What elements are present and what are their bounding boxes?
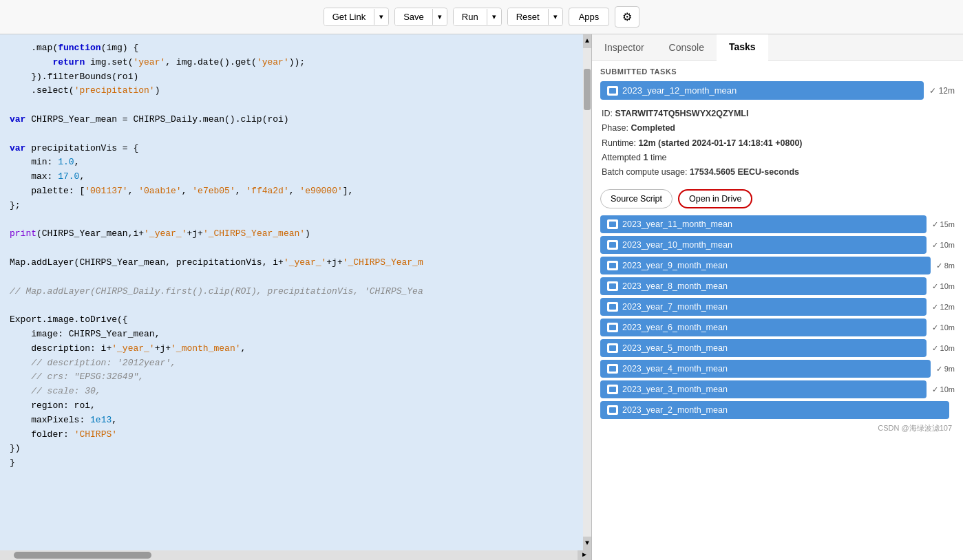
task-list-button-6[interactable]: 2023_year_5_month_mean xyxy=(600,339,927,357)
task-phase-line: Phase: Completed xyxy=(602,121,953,136)
code-line: maxPixels: 1e13, xyxy=(0,413,591,428)
code-line: var CHIRPS_Year_mean = CHIRPS_Daily.mean… xyxy=(0,113,591,127)
code-line xyxy=(0,270,591,285)
task-img-icon xyxy=(607,343,618,353)
task-list-item-name: 2023_year_4_month_mean xyxy=(622,364,728,374)
reset-button[interactable]: Reset ▾ xyxy=(507,8,563,26)
task-details: ID: STARWIT74TQ5HSWYX2QZYMLI Phase: Comp… xyxy=(600,103,955,184)
code-line: print(CHIRPS_Year_mean,i+'_year_'+j+'_CH… xyxy=(0,227,591,241)
code-line: region: roi, xyxy=(0,399,591,413)
task-list-button-2[interactable]: 2023_year_9_month_mean xyxy=(600,257,931,274)
code-editor[interactable]: .map(function(img) { return img.set('yea… xyxy=(0,34,592,560)
task-attempted-line: Attempted 1 time xyxy=(602,151,953,165)
tab-inspector[interactable]: Inspector xyxy=(592,34,657,60)
reset-main[interactable]: Reset xyxy=(508,8,548,25)
task-list-item-name: 2023_year_5_month_mean xyxy=(622,343,728,353)
tab-console[interactable]: Console xyxy=(657,34,717,60)
h-scroll-thumb[interactable] xyxy=(14,552,151,559)
task-img-icon xyxy=(607,323,618,332)
task-list-item-name: 2023_year_2_month_mean xyxy=(622,405,728,415)
task-list-item-name: 2023_year_3_month_mean xyxy=(622,385,728,394)
scroll-up-arrow[interactable]: ▲ xyxy=(583,34,591,48)
save-arrow[interactable]: ▾ xyxy=(432,9,447,25)
save-main[interactable]: Save xyxy=(395,8,432,25)
code-line: }).filterBounds(roi) xyxy=(0,70,591,85)
task-list-item-name: 2023_year_10_month_mean xyxy=(622,240,732,250)
reset-arrow[interactable]: ▾ xyxy=(548,9,562,25)
task-runtime-line: Runtime: 12m (started 2024-01-17 14:18:4… xyxy=(602,136,953,151)
task-compute-label: Batch compute usage: xyxy=(602,167,687,177)
code-line: min: 1.0, xyxy=(0,155,591,170)
task-id-line: ID: STARWIT74TQ5HSWYX2QZYMLI xyxy=(602,107,953,121)
run-main[interactable]: Run xyxy=(454,8,487,25)
scroll-thumb[interactable] xyxy=(584,69,591,110)
task-list-item-check: ✓ 10m xyxy=(932,323,955,332)
apps-button[interactable]: Apps xyxy=(569,8,610,26)
scroll-down-arrow[interactable]: ▼ xyxy=(583,537,591,550)
selected-task-button[interactable]: 2023_year_12_month_mean xyxy=(600,81,924,100)
toolbar: Get Link ▾ Save ▾ Run ▾ Reset ▾ Apps ⚙ xyxy=(0,0,963,34)
open-in-drive-button[interactable]: Open in Drive xyxy=(678,189,752,208)
task-list-button-1[interactable]: 2023_year_10_month_mean xyxy=(600,236,927,254)
tab-tasks[interactable]: Tasks xyxy=(717,34,768,61)
task-list-button-0[interactable]: 2023_year_11_month_mean xyxy=(600,215,927,233)
get-link-button[interactable]: Get Link ▾ xyxy=(324,8,389,26)
save-button[interactable]: Save ▾ xyxy=(394,8,447,26)
task-list-item-check: ✓ 8m xyxy=(936,261,955,270)
code-line: // crs: "EPSG:32649", xyxy=(0,370,591,385)
task-img-icon xyxy=(607,240,618,250)
code-line: } xyxy=(0,456,591,471)
scroll-track[interactable] xyxy=(583,48,591,537)
task-list-button-7[interactable]: 2023_year_4_month_mean xyxy=(600,360,931,378)
run-arrow[interactable]: ▾ xyxy=(487,9,501,25)
task-list-button-4[interactable]: 2023_year_7_month_mean xyxy=(600,298,927,316)
code-line: // Map.addLayer(CHIRPS_Daily.first().cli… xyxy=(0,285,591,299)
get-link-arrow[interactable]: ▾ xyxy=(374,9,388,25)
task-attempted-value: 1 xyxy=(643,153,650,162)
task-list-item-name: 2023_year_6_month_mean xyxy=(622,323,728,332)
task-list-item-check: ✓ 10m xyxy=(932,385,955,394)
task-list-item: 2023_year_8_month_mean✓ 10m xyxy=(600,277,955,295)
selected-task-area: 2023_year_12_month_mean ✓ 12m ID: STARWI… xyxy=(600,81,955,208)
task-phase-label: Phase: xyxy=(602,123,628,133)
code-line xyxy=(0,213,591,228)
task-list-item-check: ✓ 10m xyxy=(932,282,955,291)
task-list: 2023_year_11_month_mean✓ 15m2023_year_10… xyxy=(600,215,955,419)
task-list-button-8[interactable]: 2023_year_3_month_mean xyxy=(600,380,927,398)
task-list-item-name: 2023_year_9_month_mean xyxy=(622,261,728,270)
code-line: Map.addLayer(CHIRPS_Year_mean, precipita… xyxy=(0,256,591,270)
right-panel: Inspector Console Tasks SUBMITTED TASKS … xyxy=(592,34,963,560)
task-img-icon xyxy=(607,405,618,415)
task-phase-value: Completed xyxy=(631,123,675,133)
source-script-button[interactable]: Source Script xyxy=(600,189,673,208)
get-link-main[interactable]: Get Link xyxy=(324,8,374,25)
code-line: folder: 'CHIRPS' xyxy=(0,428,591,442)
main-layout: .map(function(img) { return img.set('yea… xyxy=(0,34,963,560)
code-line: image: CHIRPS_Year_mean, xyxy=(0,327,591,342)
tasks-panel[interactable]: SUBMITTED TASKS 2023_year_12_month_mean … xyxy=(592,61,963,560)
task-list-item: 2023_year_4_month_mean✓ 9m xyxy=(600,360,955,378)
task-attempted-suffix: time xyxy=(650,153,667,162)
task-attempted-label: Attempted xyxy=(602,153,641,162)
task-id-value: STARWIT74TQ5HSWYX2QZYMLI xyxy=(615,109,748,118)
task-img-icon xyxy=(607,385,618,394)
task-list-item: 2023_year_10_month_mean✓ 10m xyxy=(600,236,955,254)
horizontal-scrollbar[interactable] xyxy=(0,550,583,560)
code-line: }) xyxy=(0,442,591,456)
run-button[interactable]: Run ▾ xyxy=(453,8,502,26)
task-list-button-3[interactable]: 2023_year_8_month_mean xyxy=(600,277,927,295)
code-line xyxy=(0,241,591,256)
task-list-item: 2023_year_9_month_mean✓ 8m xyxy=(600,257,955,274)
code-line: Export.image.toDrive({ xyxy=(0,313,591,327)
task-list-button-5[interactable]: 2023_year_6_month_mean xyxy=(600,319,927,336)
task-list-button-9[interactable]: 2023_year_2_month_mean xyxy=(600,401,949,419)
task-compute-value: 17534.5605 EECU-seconds xyxy=(690,167,799,177)
task-img-icon xyxy=(607,302,618,312)
task-id-label: ID: xyxy=(602,109,613,118)
scroll-right-arrow[interactable]: ▶ xyxy=(578,550,591,560)
code-line xyxy=(0,127,591,142)
task-list-item: 2023_year_3_month_mean✓ 10m xyxy=(600,380,955,398)
code-line: max: 17.0, xyxy=(0,170,591,184)
settings-gear-button[interactable]: ⚙ xyxy=(615,6,639,28)
code-line xyxy=(0,98,591,113)
